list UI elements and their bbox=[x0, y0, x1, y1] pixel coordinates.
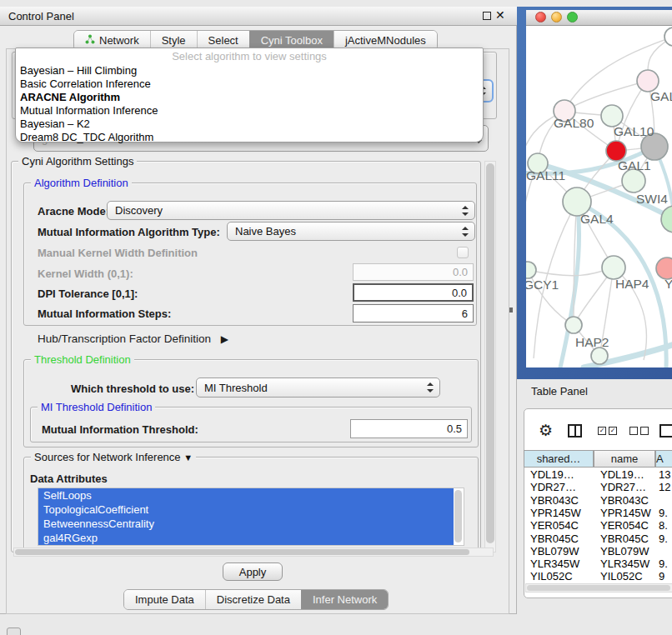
kernel-width-field[interactable]: 0.0 bbox=[353, 263, 474, 281]
table-cell: YIL052C bbox=[530, 570, 573, 582]
unchecked-columns-icon[interactable] bbox=[629, 427, 649, 435]
tab-label: Cyni Toolbox bbox=[261, 34, 323, 47]
screen: Control Panel ✕ NetworkStyleSelectCyni T… bbox=[0, 0, 672, 635]
tab-label: Select bbox=[208, 34, 238, 47]
export-table-icon[interactable] bbox=[659, 424, 672, 438]
attribute-item-selfloops[interactable]: SelfLoops bbox=[38, 488, 454, 502]
node-label-gal80: GAL80 bbox=[554, 116, 594, 130]
table-cell: YIL052C bbox=[600, 570, 643, 582]
zoom-traffic-icon[interactable] bbox=[567, 12, 578, 22]
table-cell: YBR045C bbox=[530, 532, 579, 545]
algorithm-item-basic-correlation-inference[interactable]: Basic Correlation Inference bbox=[16, 78, 483, 91]
table-cell: 9. bbox=[659, 558, 668, 570]
table-cell: YER054C bbox=[600, 519, 649, 532]
gear-icon[interactable]: ⚙ bbox=[539, 421, 553, 440]
algorithm-item-dream8-dc-tdc-algorithm[interactable]: Dream8 DC_TDC Algorithm bbox=[16, 131, 483, 144]
table-hscrollbar-thumb[interactable] bbox=[527, 585, 670, 591]
dpi-tolerance-field[interactable]: 0.0 bbox=[353, 283, 474, 302]
table-row[interactable]: YPR145WYPR145W9. bbox=[524, 507, 672, 519]
network-node[interactable] bbox=[664, 28, 672, 46]
table-cell: YLR345W bbox=[530, 558, 579, 570]
split-columns-icon[interactable] bbox=[568, 424, 582, 438]
column-header-2[interactable]: name bbox=[594, 450, 655, 468]
algorithm-definition-title: Algorithm Definition bbox=[31, 177, 132, 189]
algorithm-item-bayesian-hill-climbing[interactable]: Bayesian – Hill Climbing bbox=[16, 64, 483, 78]
node-label-gcy1: GCY1 bbox=[526, 278, 559, 292]
network-node[interactable] bbox=[565, 317, 582, 333]
chevron-updown-icon bbox=[462, 227, 469, 237]
data-attributes-list: SelfLoopsTopologicalCoefficientBetweenne… bbox=[38, 488, 464, 546]
algorithm-item-mutual-information-inference[interactable]: Mutual Information Inference bbox=[16, 104, 483, 118]
chevron-updown-icon bbox=[427, 382, 434, 392]
table-cell: 9. bbox=[659, 507, 668, 519]
table-cell: YBR043C bbox=[530, 494, 579, 507]
dock-panel-button[interactable] bbox=[7, 628, 21, 635]
tab-label: Style bbox=[162, 34, 186, 47]
attribute-item-topologicalcoefficient[interactable]: TopologicalCoefficient bbox=[38, 502, 454, 517]
which-threshold-combo[interactable]: MI Threshold bbox=[196, 378, 440, 398]
table-cell: YPR145W bbox=[600, 507, 651, 519]
network-window-titlebar[interactable] bbox=[526, 10, 672, 26]
table-row[interactable]: YDL19…YDL19…13 bbox=[524, 468, 672, 481]
table-row[interactable]: YIL052CYIL052C9 bbox=[524, 570, 672, 582]
manual-kernel-checkbox[interactable] bbox=[457, 247, 469, 258]
table-row[interactable]: YDR27…YDR27…12 bbox=[524, 481, 672, 493]
table-row[interactable]: YBR045CYBR045C9. bbox=[524, 532, 672, 545]
float-window-icon[interactable] bbox=[483, 12, 491, 20]
close-traffic-icon[interactable] bbox=[535, 12, 546, 22]
table-header: shared…nameA bbox=[524, 450, 672, 468]
mi-threshold-label: Mutual Information Threshold: bbox=[42, 423, 198, 436]
tab-infer-network[interactable]: Infer Network bbox=[301, 590, 388, 609]
attributes-vscrollbar-thumb[interactable] bbox=[454, 490, 462, 542]
table-cell: YDL19… bbox=[530, 468, 574, 481]
table-row[interactable]: YBL079WYBL079W bbox=[524, 545, 672, 558]
algorithm-dropdown-popup: Select algorithm to view settings Bayesi… bbox=[15, 48, 484, 142]
aracne-mode-label: Aracne Mode: bbox=[38, 205, 109, 218]
table-cell: 9. bbox=[659, 532, 668, 545]
network-canvas[interactable]: GALGAL80GAL10GAL1GAL11SWI4GAL4GCY1HAP4YH… bbox=[526, 26, 672, 368]
attribute-item-gal4rgexp[interactable]: gal4RGexp bbox=[38, 531, 454, 545]
close-icon[interactable]: ✕ bbox=[495, 8, 505, 22]
network-node[interactable] bbox=[661, 206, 672, 232]
mi-type-combo[interactable]: Naive Bayes bbox=[227, 222, 475, 241]
settings-vscrollbar-thumb[interactable] bbox=[486, 163, 494, 543]
checked-columns-icon[interactable]: ✓✓ bbox=[598, 427, 617, 435]
settings-hscrollbar-thumb[interactable] bbox=[15, 549, 469, 555]
network-node[interactable] bbox=[622, 169, 645, 192]
network-node[interactable] bbox=[591, 348, 608, 364]
node-label-y: Y bbox=[664, 277, 672, 291]
table-cell: YBL079W bbox=[530, 545, 579, 558]
table-row[interactable]: YBR043CYBR043C bbox=[524, 494, 672, 507]
kernel-width-label: Kernel Width (0,1): bbox=[38, 268, 133, 280]
algorithm-item-aracne-algorithm[interactable]: ARACNE Algorithm bbox=[16, 91, 483, 104]
table-cell: YBL079W bbox=[600, 545, 649, 558]
network-node[interactable] bbox=[602, 256, 625, 279]
aracne-mode-combo[interactable]: Discovery bbox=[107, 201, 475, 220]
mi-threshold-title: MI Threshold Definition bbox=[38, 401, 155, 413]
table-row[interactable]: YER054CYER054C8. bbox=[524, 519, 672, 532]
tab-impute-data[interactable]: Impute Data bbox=[124, 590, 205, 609]
control-panel-title: Control Panel bbox=[8, 10, 74, 22]
attribute-item-betweennesscentrality[interactable]: BetweennessCentrality bbox=[38, 517, 454, 531]
tab-discretize-data[interactable]: Discretize Data bbox=[205, 590, 301, 609]
node-label-hap4: HAP4 bbox=[615, 277, 649, 291]
network-node[interactable] bbox=[526, 262, 536, 278]
mi-threshold-field[interactable]: 0.5 bbox=[350, 419, 468, 438]
table-panel-title: Table Panel bbox=[531, 385, 588, 398]
hub-section-toggle[interactable]: Hub/Transcription Factor Definition ▶ bbox=[38, 332, 228, 345]
control-panel-titlebar[interactable] bbox=[0, 7, 517, 26]
algorithm-item-bayesian-k2[interactable]: Bayesian – K2 bbox=[16, 118, 483, 131]
column-header-1[interactable]: shared… bbox=[524, 450, 594, 468]
hub-section-label: Hub/Transcription Factor Definition bbox=[38, 332, 211, 345]
table-row[interactable]: YLR345WYLR345W9. bbox=[524, 558, 672, 570]
column-header-3[interactable]: A bbox=[655, 450, 672, 468]
minimize-traffic-icon[interactable] bbox=[551, 12, 562, 22]
node-label-gal: GAL bbox=[650, 89, 672, 103]
collapse-down-icon[interactable]: ▼ bbox=[183, 452, 193, 462]
apply-button[interactable]: Apply bbox=[223, 562, 283, 581]
splitter-grip[interactable] bbox=[509, 308, 513, 312]
aracne-mode-value: Discovery bbox=[115, 204, 163, 217]
node-label-gal4: GAL4 bbox=[580, 212, 614, 226]
mi-steps-field[interactable]: 6 bbox=[353, 304, 474, 322]
mi-steps-label: Mutual Information Steps: bbox=[38, 308, 171, 320]
